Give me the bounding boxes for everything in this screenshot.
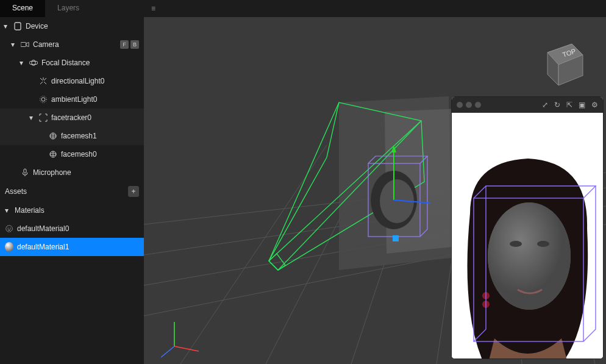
svg-point-56: [537, 241, 549, 247]
badge-b[interactable]: B: [130, 40, 139, 49]
sidebar-tabs: Scene Layers: [0, 0, 144, 17]
tree-label: Device: [26, 22, 48, 30]
tree-label: directionalLight0: [51, 77, 104, 85]
svg-rect-0: [15, 23, 21, 30]
tree-label: defaultMaterial0: [17, 224, 69, 233]
tree-focal-distance[interactable]: ▾ Focal Distance: [0, 54, 144, 72]
scene-tree: ▾ Device ▾ Camera F B ▾ Focal Distance: [0, 17, 144, 182]
viewport-3d[interactable]: TOP ⤢ ↻ ⇱ ▣ ⚙: [144, 17, 606, 364]
chevron-down-icon: ▾: [29, 113, 35, 122]
svg-rect-1: [21, 43, 26, 47]
svg-point-55: [510, 241, 522, 247]
assets-title: Assets: [5, 187, 27, 196]
microphone-icon: [21, 168, 29, 177]
svg-line-48: [161, 346, 174, 357]
gear-icon[interactable]: ⚙: [591, 101, 598, 109]
main-area: ≡: [144, 0, 606, 364]
device-icon: [13, 22, 22, 30]
badge-f[interactable]: F: [120, 40, 129, 49]
chevron-down-icon: ▾: [20, 59, 26, 67]
assets-header: Assets +: [0, 182, 144, 201]
tab-scene[interactable]: Scene: [0, 0, 45, 17]
preview-panel: ⤢ ↻ ⇱ ▣ ⚙: [451, 96, 604, 359]
face-material-icon: [5, 224, 13, 233]
tree-label: Camera: [33, 40, 59, 49]
chevron-down-icon: ▾: [11, 40, 17, 49]
svg-rect-45: [393, 235, 399, 241]
cursor-icon[interactable]: ⇱: [566, 101, 572, 109]
svg-point-9: [41, 98, 45, 101]
close-dot[interactable]: [457, 102, 463, 108]
add-asset-button[interactable]: +: [128, 186, 139, 197]
tree-camera[interactable]: ▾ Camera F B: [0, 35, 144, 54]
svg-point-20: [8, 227, 9, 228]
window-controls: [457, 102, 481, 108]
minimize-dot[interactable]: [466, 102, 472, 108]
svg-rect-17: [24, 169, 26, 173]
svg-line-6: [44, 78, 46, 80]
svg-rect-2: [30, 62, 38, 65]
tree-facetracker[interactable]: ▾ facetracker0: [0, 109, 144, 127]
tree-label: Microphone: [33, 168, 71, 177]
svg-point-19: [6, 226, 13, 232]
viewport-topbar: ≡: [144, 0, 606, 17]
assets-list: ▾ Materials defaultMaterial0 defaultMate…: [0, 201, 144, 256]
material-sphere-icon: [5, 243, 13, 251]
svg-line-47: [174, 346, 199, 351]
camera-icon: [21, 40, 29, 49]
svg-rect-3: [32, 60, 35, 66]
tree-device[interactable]: ▾ Device: [0, 17, 144, 35]
ambient-light-icon: [39, 95, 48, 104]
tree-microphone[interactable]: Microphone: [0, 163, 144, 182]
mesh-icon: [49, 150, 57, 159]
orientation-cube[interactable]: TOP: [534, 35, 589, 90]
material-default0[interactable]: defaultMaterial0: [0, 219, 144, 238]
tree-facemesh1[interactable]: facemesh1: [0, 127, 144, 145]
zoom-dot[interactable]: [475, 102, 481, 108]
svg-point-10: [40, 96, 47, 103]
tree-label: facetracker0: [51, 113, 91, 122]
tree-label: Focal Distance: [41, 59, 90, 67]
svg-line-4: [40, 78, 43, 80]
tree-label: facemesh0: [61, 150, 97, 159]
preview-header: ⤢ ↻ ⇱ ▣ ⚙: [452, 97, 603, 113]
focal-icon: [29, 59, 38, 67]
tab-layers[interactable]: Layers: [45, 0, 91, 17]
svg-line-8: [44, 82, 46, 84]
tree-directional-light[interactable]: directionalLight0: [0, 72, 144, 90]
directional-light-icon: [39, 77, 48, 85]
mesh-icon: [49, 132, 57, 140]
material-default1[interactable]: defaultMaterial1: [0, 238, 144, 256]
svg-line-35: [269, 102, 339, 261]
snapshot-icon[interactable]: ▣: [579, 101, 585, 109]
tree-label: defaultMaterial1: [17, 243, 69, 251]
camera-badges: F B: [120, 40, 139, 49]
chevron-down-icon: ▾: [4, 22, 10, 30]
facetracker-icon: [39, 113, 48, 122]
tree-facemesh0[interactable]: facemesh0: [0, 145, 144, 163]
svg-line-26: [180, 145, 327, 364]
chevron-down-icon: ▾: [5, 206, 11, 215]
preview-body[interactable]: [452, 113, 603, 359]
resize-icon[interactable]: ⤢: [542, 101, 548, 109]
hamburger-menu-icon[interactable]: ≡: [151, 4, 155, 13]
svg-point-21: [10, 227, 10, 228]
refresh-icon[interactable]: ↻: [554, 101, 560, 109]
svg-line-7: [40, 82, 43, 84]
sidebar: Scene Layers ▾ Device ▾ Camera F B ▾: [0, 0, 144, 364]
tree-ambient-light[interactable]: ambientLight0: [0, 90, 144, 109]
assets-materials-folder[interactable]: ▾ Materials: [0, 201, 144, 219]
preview-toolbar: ⤢ ↻ ⇱ ▣ ⚙: [542, 101, 598, 109]
tree-label: Materials: [15, 206, 45, 215]
tree-label: ambientLight0: [51, 95, 97, 104]
tree-label: facemesh1: [61, 132, 97, 140]
